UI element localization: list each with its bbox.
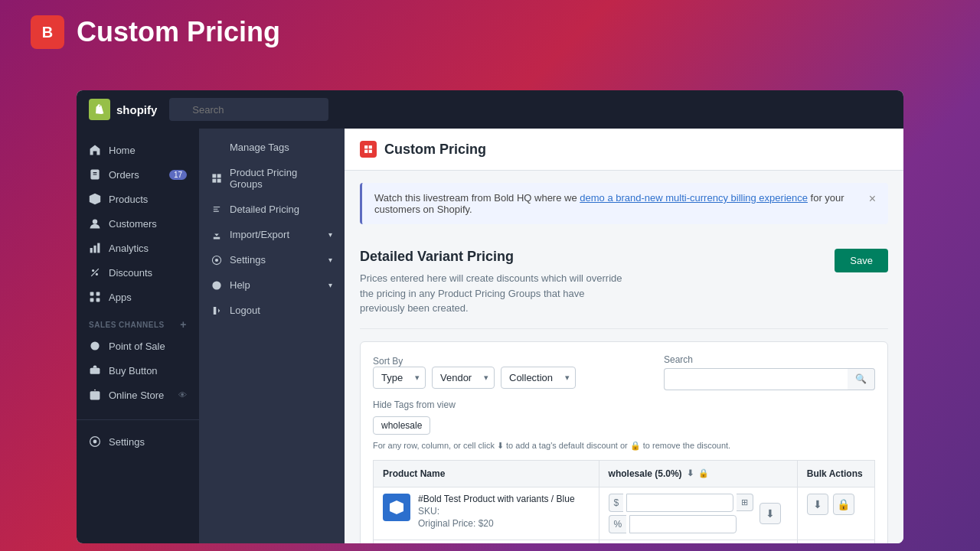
- collection-select-wrapper: Collection: [501, 367, 576, 389]
- sub-item-product-pricing-groups[interactable]: Product Pricing Groups: [199, 160, 345, 197]
- svg-point-8: [96, 273, 98, 276]
- sub-item-settings[interactable]: Settings ▾: [199, 247, 345, 272]
- hide-tags-label: Hide Tags from view: [373, 399, 875, 410]
- bulk-download-btn-1[interactable]: ⬇: [807, 494, 828, 515]
- app-logo-icon: B: [31, 15, 64, 49]
- svg-rect-30: [369, 150, 372, 153]
- sidebar-item-settings-label: Settings: [109, 436, 145, 448]
- sub-item-logout[interactable]: Logout: [199, 298, 345, 323]
- sort-group: Sort By Type Vendor: [373, 356, 576, 389]
- percent-input-1[interactable]: [629, 515, 737, 533]
- wholesale-lock-icon[interactable]: 🔒: [698, 468, 709, 478]
- sidebar-item-analytics[interactable]: Analytics: [77, 236, 199, 260]
- svg-rect-27: [364, 145, 368, 148]
- shopify-logo-icon: [89, 99, 110, 120]
- col-product-name: Product Name: [374, 460, 599, 487]
- sidebar-item-buy-button[interactable]: Buy Button: [77, 358, 199, 383]
- svg-rect-21: [217, 174, 221, 178]
- table-row: #Bold Test Product with variants / Blue …: [374, 487, 875, 540]
- sub-item-help[interactable]: ? Help ▾: [199, 272, 345, 298]
- svg-rect-5: [93, 246, 96, 253]
- shopify-search-input[interactable]: [169, 98, 328, 121]
- svg-rect-12: [90, 298, 94, 302]
- svg-rect-28: [369, 145, 372, 148]
- info-banner: Watch this livestream from Bold HQ where…: [360, 183, 888, 224]
- page-logo: [360, 141, 377, 158]
- sidebar-item-settings[interactable]: Settings: [77, 429, 199, 454]
- wholesale-download-icon[interactable]: ⬇: [687, 468, 694, 478]
- sidebar-item-customers[interactable]: Customers: [77, 211, 199, 236]
- svg-point-19: [93, 440, 97, 444]
- sub-item-logout-label: Logout: [230, 305, 260, 316]
- section-desc-line1: Prices entered here will create discount…: [360, 271, 622, 286]
- dollar-sym-1: $: [609, 494, 624, 512]
- pricing-cell-2: $ %: [599, 540, 797, 543]
- search-field-wrapper: 🔍: [664, 368, 875, 390]
- shopify-frame: shopify 🔍 Home Orders 17 Products: [77, 90, 903, 543]
- orders-badge: 17: [169, 170, 187, 180]
- tag-chip-wholesale[interactable]: wholesale: [373, 416, 430, 435]
- filters-group: Type Vendor Coll: [373, 367, 576, 389]
- sidebar-item-orders[interactable]: Orders 17: [77, 162, 199, 187]
- percent-sym-1: %: [609, 515, 627, 533]
- sidebar-item-discounts[interactable]: Discounts: [77, 260, 199, 285]
- save-button[interactable]: Save: [835, 249, 888, 272]
- sub-item-detailed-pricing[interactable]: Detailed Pricing: [199, 197, 345, 222]
- svg-rect-11: [96, 292, 100, 296]
- content-area: Manage Tags Product Pricing Groups Detai…: [199, 129, 903, 543]
- shopify-logo: shopify: [89, 99, 157, 120]
- svg-rect-22: [212, 179, 216, 183]
- sidebar-item-online-store[interactable]: Online Store 👁: [77, 383, 199, 407]
- svg-point-3: [93, 219, 97, 223]
- sub-item-manage-tags-label: Manage Tags: [230, 142, 289, 153]
- banner-link[interactable]: demo a brand-new multi-currency billing …: [580, 192, 808, 204]
- col-wholesale: wholesale (5.0%) ⬇ 🔒: [599, 460, 797, 487]
- svg-point-18: [94, 390, 96, 391]
- left-sidebar: Home Orders 17 Products Customers Analyt…: [77, 129, 199, 543]
- sub-item-manage-tags[interactable]: Manage Tags: [199, 135, 345, 160]
- table-icon-1: ⊞: [737, 494, 753, 511]
- svg-rect-20: [212, 174, 216, 178]
- vendor-select-wrapper: Vendor: [432, 367, 495, 389]
- section-divider: [360, 328, 888, 329]
- import-export-arrow-icon: ▾: [328, 230, 332, 239]
- sub-item-settings-label: Settings: [230, 254, 266, 266]
- sidebar-item-pos[interactable]: Point of Sale: [77, 334, 199, 358]
- vendor-select[interactable]: Vendor: [432, 367, 495, 389]
- sub-item-ppg-label: Product Pricing Groups: [230, 167, 332, 190]
- svg-rect-23: [217, 179, 221, 183]
- section-heading: Detailed Variant Pricing Prices entered …: [345, 236, 903, 328]
- sidebar-item-analytics-label: Analytics: [109, 243, 149, 254]
- svg-rect-6: [97, 243, 100, 253]
- bulk-lock-btn-1[interactable]: 🔒: [833, 494, 854, 515]
- sidebar-item-apps[interactable]: Apps: [77, 285, 199, 309]
- sidebar-item-products[interactable]: Products: [77, 187, 199, 211]
- sidebar-item-products-label: Products: [109, 194, 148, 205]
- col-bulk-actions: Bulk Actions: [797, 460, 874, 487]
- price-download-btn-1[interactable]: ⬇: [760, 503, 781, 524]
- svg-point-7: [92, 269, 94, 272]
- tags-help: For any row, column, or cell click ⬇ to …: [373, 441, 875, 451]
- svg-rect-13: [96, 298, 100, 302]
- search-input[interactable]: [664, 368, 848, 390]
- page-header: Custom Pricing: [345, 129, 903, 171]
- filter-area: Sort By Type Vendor: [360, 341, 888, 544]
- search-label: Search: [664, 354, 875, 365]
- svg-rect-16: [90, 368, 100, 374]
- sub-sidebar: Manage Tags Product Pricing Groups Detai…: [199, 129, 345, 543]
- add-sales-channel-icon[interactable]: +: [180, 318, 187, 331]
- search-button[interactable]: 🔍: [848, 368, 875, 390]
- price-action-1: ⬇: [760, 503, 781, 524]
- dollar-input-1[interactable]: [626, 494, 733, 512]
- banner-close-button[interactable]: ×: [869, 192, 876, 206]
- page-content: Custom Pricing Watch this livestream fro…: [345, 129, 903, 543]
- collection-select[interactable]: Collection: [501, 367, 576, 389]
- online-store-eye-icon: 👁: [178, 390, 187, 399]
- svg-rect-4: [90, 248, 93, 253]
- sidebar-item-home[interactable]: Home: [77, 138, 199, 162]
- bulk-actions-cell-1: ⬇ 🔒: [797, 487, 874, 540]
- type-select[interactable]: Type: [373, 367, 426, 389]
- type-select-wrapper: Type: [373, 367, 426, 389]
- sub-item-import-export[interactable]: Import/Export ▾: [199, 222, 345, 247]
- pricing-table: Product Name wholesale (5.0%) ⬇ 🔒: [373, 460, 875, 544]
